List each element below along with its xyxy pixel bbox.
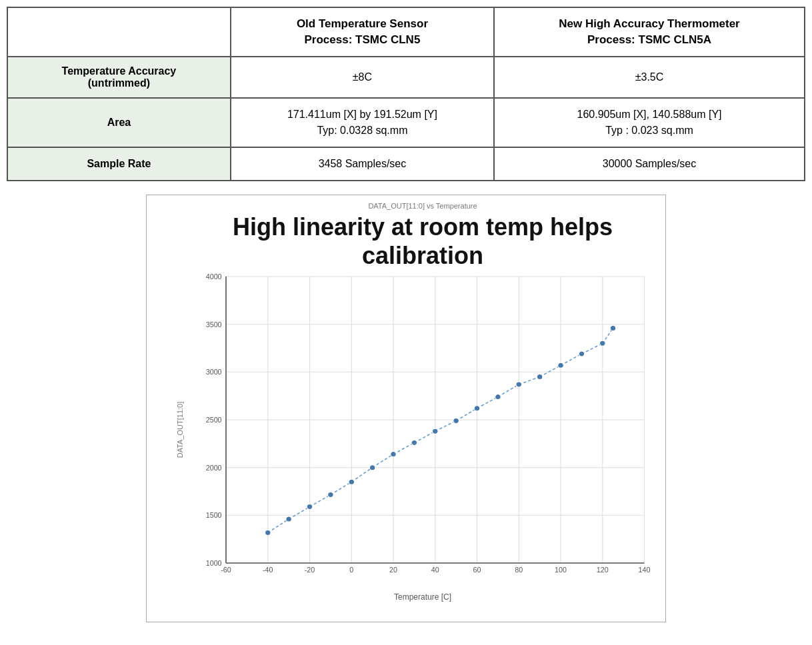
svg-point-60 xyxy=(369,465,375,470)
svg-line-42 xyxy=(351,468,372,482)
comparison-table: Old Temperature Sensor Process: TSMC CLN… xyxy=(7,7,805,181)
svg-text:-60: -60 xyxy=(221,566,231,574)
svg-text:20: 20 xyxy=(389,566,397,574)
table-row-accuracy: Temperature Accuracy(untrimmed) ±8C ±3.5… xyxy=(7,57,805,98)
svg-point-61 xyxy=(391,452,397,457)
svg-text:80: 80 xyxy=(515,566,523,574)
svg-line-41 xyxy=(331,482,351,494)
svg-line-44 xyxy=(393,442,414,454)
cell-area-old: 171.411um [X] by 191.52um [Y] Typ: 0.032… xyxy=(231,98,494,147)
y-axis-label: DATA_OUT[11:0] xyxy=(176,402,184,458)
svg-text:-40: -40 xyxy=(263,566,273,574)
svg-text:120: 120 xyxy=(597,566,609,574)
svg-text:0: 0 xyxy=(349,566,353,574)
chart-title: DATA_OUT[11:0] vs Temperature xyxy=(187,202,659,210)
svg-text:1000: 1000 xyxy=(206,560,222,567)
svg-text:3500: 3500 xyxy=(206,321,222,328)
svg-line-51 xyxy=(540,365,561,376)
svg-point-57 xyxy=(307,504,313,509)
svg-line-52 xyxy=(561,354,581,365)
cell-sample-rate-new: 30000 Samples/sec xyxy=(494,147,805,181)
svg-text:2500: 2500 xyxy=(206,416,222,424)
chart-container: DATA_OUT[11:0] vs Temperature High linea… xyxy=(146,195,666,622)
svg-line-50 xyxy=(519,376,539,384)
svg-point-56 xyxy=(286,516,292,522)
row-label-accuracy: Temperature Accuracy(untrimmed) xyxy=(7,57,231,98)
table-header-old: Old Temperature Sensor Process: TSMC CLN… xyxy=(231,7,494,57)
svg-text:1500: 1500 xyxy=(206,512,222,520)
svg-text:60: 60 xyxy=(473,566,481,574)
svg-line-49 xyxy=(498,384,519,397)
chart-area: DATA_OUT[11:0] -60-40-200204060801001201… xyxy=(187,270,659,590)
cell-area-new: 160.905um [X], 140.588um [Y] Typ : 0.023… xyxy=(494,98,805,147)
table-row-sample-rate: Sample Rate 3458 Samples/sec 30000 Sampl… xyxy=(7,147,805,181)
cell-sample-rate-old: 3458 Samples/sec xyxy=(231,147,494,181)
svg-point-65 xyxy=(474,406,480,411)
svg-text:40: 40 xyxy=(431,566,439,574)
svg-line-38 xyxy=(268,519,289,532)
table-row-area: Area 171.411um [X] by 191.52um [Y] Typ: … xyxy=(7,98,805,147)
svg-text:100: 100 xyxy=(555,566,567,574)
svg-point-68 xyxy=(537,374,543,379)
svg-point-63 xyxy=(432,428,438,434)
svg-text:3000: 3000 xyxy=(206,369,222,376)
x-axis-label: Temperature [C] xyxy=(187,592,659,602)
cell-accuracy-new: ±3.5C xyxy=(494,57,805,98)
svg-point-64 xyxy=(453,418,459,423)
row-label-area: Area xyxy=(7,98,231,147)
row-label-sample-rate: Sample Rate xyxy=(7,147,231,181)
svg-text:140: 140 xyxy=(639,566,651,574)
table-header-empty xyxy=(7,7,231,57)
cell-accuracy-old: ±8C xyxy=(231,57,494,98)
svg-point-70 xyxy=(579,351,585,356)
table-header-new: New High Accuracy Thermometer Process: T… xyxy=(494,7,805,57)
svg-point-67 xyxy=(516,382,522,387)
svg-line-47 xyxy=(456,408,477,421)
svg-line-45 xyxy=(414,431,435,442)
chart-annotation: High linearity at room temp helps calibr… xyxy=(187,213,659,270)
svg-line-46 xyxy=(435,420,456,431)
svg-point-59 xyxy=(349,479,355,484)
svg-point-58 xyxy=(328,492,334,497)
svg-line-39 xyxy=(289,506,309,519)
svg-point-55 xyxy=(265,530,271,535)
svg-line-40 xyxy=(310,494,331,506)
svg-point-69 xyxy=(558,362,564,368)
svg-line-53 xyxy=(581,343,602,354)
svg-point-72 xyxy=(610,325,616,330)
svg-text:4000: 4000 xyxy=(206,273,222,281)
svg-line-43 xyxy=(373,454,393,468)
svg-point-66 xyxy=(495,394,501,400)
svg-line-48 xyxy=(477,397,498,408)
svg-text:-20: -20 xyxy=(305,566,315,574)
svg-point-62 xyxy=(411,440,417,445)
chart-svg: -60-40-200204060801001201401000150020002… xyxy=(187,270,659,590)
svg-point-71 xyxy=(600,340,606,346)
svg-text:2000: 2000 xyxy=(206,464,222,472)
